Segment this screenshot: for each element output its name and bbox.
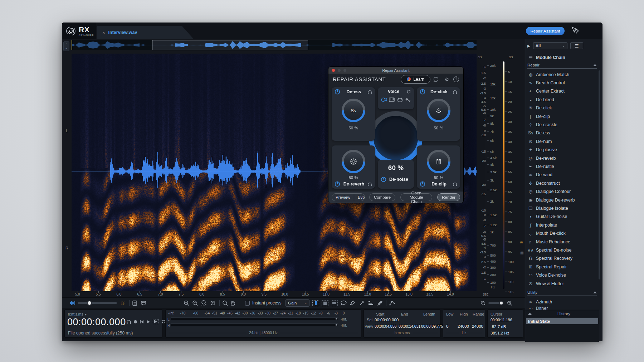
sidebar-item-de-hum[interactable]: ⊘De-hum xyxy=(525,137,597,145)
spectrogram-display-icon[interactable]: ≋ xyxy=(121,299,125,307)
sidebar-item-azimuth[interactable]: ≈Azimuth xyxy=(525,298,597,306)
denoise-main-knob[interactable] xyxy=(369,111,423,165)
sidebar-item-dialogue-isolate[interactable]: ❏Dialogue Isolate xyxy=(525,204,597,212)
range-value[interactable]: 24000 xyxy=(472,324,483,328)
sidebar-item-interpolate[interactable]: ∫Interpolate xyxy=(525,221,597,229)
time-frequency-selection-tool[interactable] xyxy=(322,299,328,307)
sidebar-item-de-click[interactable]: ✳De-click xyxy=(525,104,597,112)
sidebar-item-wow-flutter[interactable]: ✇Wow & Flutter xyxy=(525,279,597,288)
high-value[interactable]: 24000 xyxy=(458,324,469,328)
time-format-label[interactable]: h:m:s.ms ▼ xyxy=(68,312,87,316)
de-reverb-knob[interactable] xyxy=(342,150,365,173)
magic-wand-tool[interactable] xyxy=(359,299,365,307)
sidebar-scrollbar[interactable] xyxy=(599,70,600,279)
sidebar-item-breath-control[interactable]: ∿Breath Control xyxy=(525,79,597,87)
session-notes-icon[interactable] xyxy=(132,299,137,307)
curve-tool[interactable] xyxy=(389,299,396,307)
frequency-selection-tool[interactable] xyxy=(331,299,338,307)
sidebar-item-guitar-de-noise[interactable]: ◖Guitar De-noise xyxy=(525,213,597,221)
spectrogram-options-icon[interactable]: ≋ xyxy=(520,240,523,245)
learn-button[interactable]: Learn xyxy=(401,75,430,84)
tab-close-icon[interactable]: × xyxy=(102,30,105,35)
hzoom-slider[interactable] xyxy=(488,299,503,307)
de-ess-power-icon[interactable] xyxy=(335,89,340,95)
waveform-spectrogram-blend-slider[interactable] xyxy=(78,299,117,307)
process-select[interactable]: Gain⌄ xyxy=(286,299,309,307)
sidebar-item-de-bleed[interactable]: ◒De-bleed xyxy=(525,95,597,104)
sidebar-item-ambience-match[interactable]: ◍Ambience Match xyxy=(525,70,597,79)
de-reverb-monitor-icon[interactable] xyxy=(367,182,372,187)
zoom-selection-icon[interactable] xyxy=(201,299,208,307)
sidebar-item-music-rebalance[interactable]: ♬Music Rebalance xyxy=(525,238,597,246)
sidebar-item-spectral-recovery[interactable]: ☊Spectral Recovery xyxy=(525,254,597,263)
bypass-button[interactable]: Bypass xyxy=(354,194,365,201)
open-module-chain-button[interactable]: Open Module Chain xyxy=(400,193,432,201)
de-click-knob[interactable] xyxy=(427,99,450,122)
sidebar-item-de-wind[interactable]: ≋De-wind xyxy=(525,171,597,179)
tab-interview-wav[interactable]: × Interview.wav xyxy=(97,26,194,39)
sidebar-item-dialogue-contour[interactable]: ◷Dialogue Contour xyxy=(525,188,597,196)
zoom-traffic-light[interactable] xyxy=(343,69,346,72)
module-filter-select[interactable]: All ⌄ xyxy=(533,42,567,49)
voice-type-icon[interactable] xyxy=(381,96,387,103)
section-header-repair[interactable]: Repair xyxy=(527,61,597,69)
meters-block[interactable]: -Inf.-70-60-54-51-48-45-42-39-36-33-30-2… xyxy=(165,309,361,338)
relearn-icon[interactable] xyxy=(406,89,411,94)
meter-options-icon[interactable]: ▤ xyxy=(520,251,523,255)
de-noise-power-icon[interactable] xyxy=(381,177,386,182)
de-clip-knob[interactable] xyxy=(427,150,450,173)
sidebar-item-deconstruct[interactable]: ✣Deconstruct xyxy=(525,179,597,187)
record-button[interactable] xyxy=(134,320,137,323)
feedback-bubble-icon[interactable] xyxy=(433,77,440,82)
monitor-icon[interactable] xyxy=(126,319,131,324)
feather-tool[interactable] xyxy=(377,299,383,307)
module-menu-button[interactable]: ☰ xyxy=(570,42,583,49)
sidebar-item-center-extract[interactable]: ◐Center Extract xyxy=(525,87,597,95)
sidebar-item-de-reverb[interactable]: ◎De-reverb xyxy=(525,154,597,162)
zoom-in-icon[interactable] xyxy=(184,299,190,307)
render-button[interactable]: Render xyxy=(437,193,460,201)
sidebar-item-de-rustle[interactable]: ❧De-rustle xyxy=(525,162,597,170)
sidebar-item-voice-de-noise[interactable]: ◠Voice De-noise xyxy=(525,271,597,279)
feedback-bubble-icon[interactable] xyxy=(141,299,146,307)
lasso-selection-tool[interactable] xyxy=(340,299,347,307)
de-ess-monitor-icon[interactable] xyxy=(367,90,372,94)
view-start-value[interactable]: 00:00:04.856 xyxy=(375,324,396,328)
overview-waveform[interactable] xyxy=(72,40,477,50)
sidebar-item-de-clip[interactable]: ∥De-clip xyxy=(525,112,597,120)
other-type-icon[interactable] xyxy=(405,97,411,103)
sidebar-item-spectral-de-noise[interactable]: ∧∧Spectral De-noise xyxy=(525,246,597,254)
time-selection-tool[interactable] xyxy=(312,299,319,307)
compare-button[interactable]: Compare xyxy=(369,193,395,201)
sidebar-item-mouth-de-click[interactable]: ◡Mouth De-click xyxy=(525,229,597,238)
sidebar-item-dialogue-de-reverb[interactable]: ◉Dialogue De-reverb xyxy=(525,196,597,204)
sel-start-value[interactable]: 00:00:00.000 xyxy=(375,318,399,322)
percussion-type-icon[interactable] xyxy=(397,97,403,103)
history-item[interactable]: Initial State xyxy=(526,318,598,324)
cursor-pair-icon[interactable] xyxy=(570,26,579,35)
low-value[interactable]: 0 xyxy=(446,324,448,328)
sidebar-item-de-plosive[interactable]: ✦De-plosive xyxy=(525,146,597,154)
ruler-expand-widget[interactable]: ⌃⌃ xyxy=(63,41,69,51)
de-ess-knob[interactable]: Ss xyxy=(342,99,365,122)
module-chain-item[interactable]: ☰ Module Chain xyxy=(525,53,597,62)
repair-assistant-button[interactable]: Repair Assistant xyxy=(526,27,565,35)
brush-selection-tool[interactable] xyxy=(350,299,356,307)
instant-process-checkbox[interactable] xyxy=(245,301,250,306)
view-end-value[interactable]: 00:00:14.631 xyxy=(399,324,420,328)
adjust-selection-tool[interactable] xyxy=(368,299,374,307)
zoom-out-icon[interactable] xyxy=(192,299,198,307)
sidebar-item-de-ess[interactable]: SsDe-ess xyxy=(525,129,597,137)
sidebar-item-spectral-repair[interactable]: ⊞Spectral Repair xyxy=(525,263,597,271)
help-icon[interactable]: ? xyxy=(453,76,459,82)
zoom-reset-icon[interactable] xyxy=(210,299,216,307)
sidebar-item-de-crackle[interactable]: ⊹De-crackle xyxy=(525,120,597,129)
de-click-power-icon[interactable] xyxy=(420,89,425,95)
settings-gear-icon[interactable]: ⚙ xyxy=(443,76,450,82)
hand-tool-icon[interactable] xyxy=(230,299,236,307)
de-reverb-power-icon[interactable] xyxy=(335,181,340,187)
play-button[interactable] xyxy=(146,320,150,324)
section-header-utility[interactable]: Utility xyxy=(527,289,597,296)
magnify-tool-icon[interactable] xyxy=(222,299,228,307)
panel-collapse-icon[interactable]: ▶ xyxy=(527,44,530,48)
